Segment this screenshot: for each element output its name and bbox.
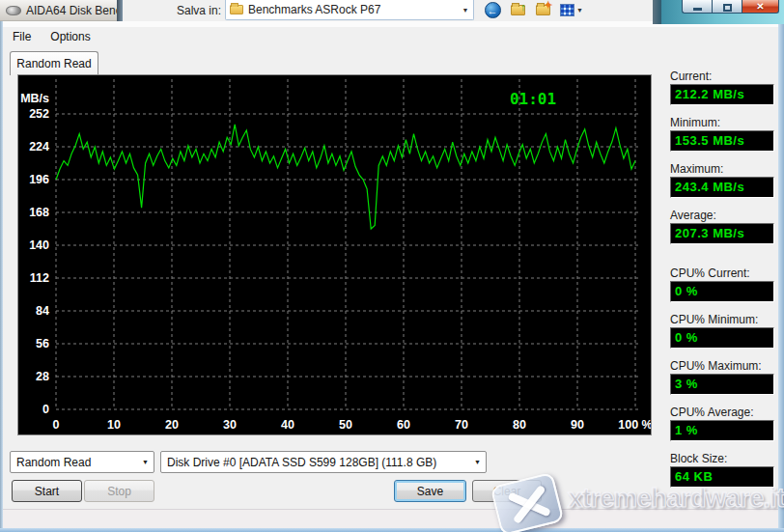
new-folder-icon: ✦ [536,5,550,15]
save-location-value: Benchmarks ASRock P67 [248,3,380,16]
svg-text:56: 56 [36,337,49,350]
stat-label-current: Current: [670,70,778,83]
clear-button[interactable]: Clear [472,480,542,502]
benchmark-chart: 0102030405060708090100 %0285684112140168… [17,74,652,435]
views-grid-icon [560,4,574,16]
svg-text:20: 20 [165,418,179,432]
svg-text:80: 80 [513,418,526,432]
save-button[interactable]: Save [394,480,466,502]
background-window-titlebar: ✕ [661,0,784,24]
svg-text:0: 0 [53,418,60,432]
stat-label-average: Average: [670,209,778,222]
test-type-value: Random Read [16,456,91,469]
svg-text:MB/s: MB/s [20,92,49,105]
up-one-level-button[interactable]: ↑ [509,1,526,18]
stat-value-minimum: 153.5 MB/s [670,130,774,152]
window-border-right [778,24,784,529]
menu-file[interactable]: File [3,28,41,45]
svg-text:30: 30 [223,418,237,432]
svg-text:112: 112 [30,271,49,285]
stat-value-maximum: 243.4 MB/s [670,177,774,198]
window-title: AIDA64 Disk Bench [26,4,117,17]
svg-text:224: 224 [29,140,49,154]
chevron-down-icon: ▼ [469,459,486,465]
svg-text:100 %: 100 % [618,418,651,432]
stat-label-cpu-average: CPU% Average: [670,406,778,419]
maximize-icon [723,4,732,12]
svg-text:28: 28 [36,370,49,383]
tab-random-read[interactable]: Random Read [10,51,98,75]
title-bar[interactable]: AIDA64 Disk Bench [0,0,117,21]
stat-label-maximum: Maximum: [670,162,778,176]
svg-text:0: 0 [42,403,49,416]
stat-value-cpu-current: 0 % [670,281,774,302]
svg-text:60: 60 [397,418,410,432]
views-menu-button[interactable]: ▼ [559,1,584,18]
stat-value-cpu-maximum: 3 % [670,374,774,395]
back-button[interactable]: ← [484,1,501,18]
drive-combobox[interactable]: Disk Drive #0 [ADATA SSD S599 128GB] (11… [160,451,487,473]
minimize-button[interactable] [682,0,712,14]
stat-value-cpu-average: 1 % [670,420,774,441]
chevron-down-icon: ▼ [576,7,583,14]
svg-text:84: 84 [36,304,49,318]
hard-disk-icon [6,6,21,15]
stat-value-block-size: 64 KB [670,466,774,488]
chevron-down-icon: ▼ [137,459,154,465]
new-folder-button[interactable]: ✦ [534,1,551,18]
close-icon: ✕ [756,1,764,12]
chart-plot: 0102030405060708090100 %0285684112140168… [18,75,651,434]
status-bar [3,509,778,528]
stat-value-average: 207.3 MB/s [670,223,774,244]
background-window-edge [653,0,661,24]
svg-text:90: 90 [571,418,584,432]
window-border-left [0,21,3,529]
stat-label-cpu-maximum: CPU% Maximum: [670,359,778,373]
window-border-bottom [0,528,784,532]
drive-value: Disk Drive #0 [ADATA SSD S599 128GB] (11… [167,456,436,469]
stat-value-cpu-minimum: 0 % [670,327,774,349]
folder-up-icon: ↑ [511,5,525,15]
chevron-down-icon[interactable]: ▼ [458,7,473,14]
svg-text:01:01: 01:01 [510,90,556,108]
maximize-button[interactable] [712,0,742,14]
save-dialog-strip: Salva in: Benchmarks ASRock P67 ▼ ← ↑ ✦ … [123,0,653,21]
stop-button[interactable]: Stop [84,480,154,502]
menu-options[interactable]: Options [41,28,99,45]
start-button[interactable]: Start [12,480,82,502]
svg-text:196: 196 [29,173,49,186]
stat-label-cpu-minimum: CPU% Minimum: [670,313,778,326]
svg-text:10: 10 [107,418,121,432]
svg-text:168: 168 [29,206,49,219]
minimize-icon [693,8,702,11]
test-type-combobox[interactable]: Random Read ▼ [10,451,154,473]
save-in-label: Salva in: [177,4,221,17]
svg-text:40: 40 [281,418,294,432]
svg-text:252: 252 [29,107,49,121]
folder-icon [230,5,243,14]
stat-label-cpu-current: CPU% Current: [670,266,778,280]
menu-bar: File Options [3,27,778,46]
svg-text:70: 70 [455,418,468,432]
stat-label-block-size: Block Size: [670,452,778,465]
stat-label-minimum: Minimum: [670,116,778,129]
svg-text:50: 50 [339,418,352,432]
stat-value-current: 212.2 MB/s [670,84,774,105]
aida64-disk-benchmark-window: AIDA64 Disk Bench Salva in: Benchmarks A… [0,0,784,532]
back-arrow-icon: ← [485,2,501,18]
close-button[interactable]: ✕ [742,0,779,14]
save-location-combobox[interactable]: Benchmarks ASRock P67 ▼ [225,0,474,20]
svg-text:140: 140 [29,238,49,252]
